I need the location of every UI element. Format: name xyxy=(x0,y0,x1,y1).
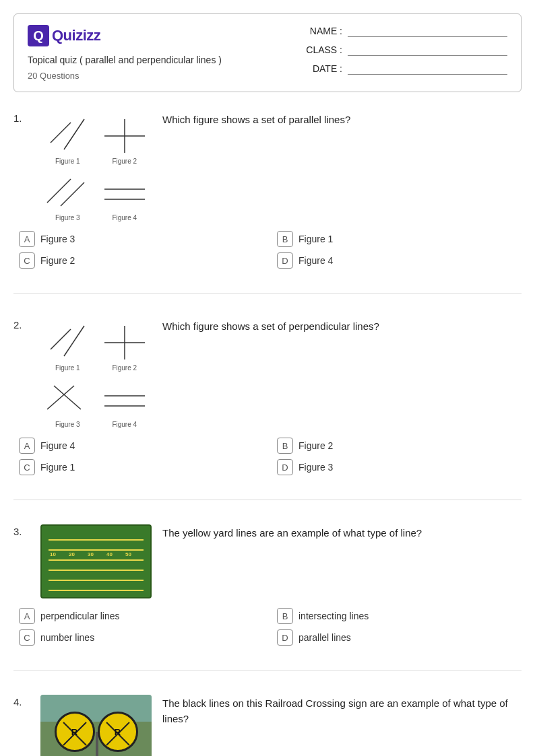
q3-badge-b: B xyxy=(277,608,293,624)
q1-figure2-box: Figure 2 xyxy=(98,111,152,165)
q3-text-c: number lines xyxy=(40,632,94,643)
q4-image: R R xyxy=(40,695,152,756)
q3-text-d: parallel lines xyxy=(298,632,351,643)
question-4: 4. R xyxy=(13,695,522,756)
q2-answers: A Figure 4 B Figure 2 C Figure 1 D Figur… xyxy=(13,438,522,475)
q1-figure4-label: Figure 4 xyxy=(112,214,137,221)
q1-figure3-box: Figure 3 xyxy=(40,168,95,221)
questions-container: 1. Figure 1 xyxy=(13,111,522,756)
q2-figures-grid: Figure 1 Figure 2 Fi xyxy=(40,318,152,428)
name-label: NAME : xyxy=(305,26,342,36)
rr-circle-right: R xyxy=(98,712,138,752)
yard-num-20: 20 xyxy=(69,551,75,557)
railroad-sign: R R xyxy=(40,695,152,756)
q2-text-d: Figure 3 xyxy=(298,462,333,473)
q2-badge-a: A xyxy=(19,438,35,454)
q2-figure2-box: Figure 2 xyxy=(98,318,152,372)
q1-figure1-svg xyxy=(44,116,91,156)
class-field-row: CLASS : xyxy=(305,44,507,56)
football-field: 10 20 30 40 50 xyxy=(40,524,152,598)
q1-answer-a[interactable]: A Figure 3 xyxy=(19,231,263,247)
q1-text-b: Figure 1 xyxy=(298,234,333,244)
q1-answer-b[interactable]: B Figure 1 xyxy=(277,231,522,247)
quiz-title: Topical quiz ( parallel and perpendicula… xyxy=(28,55,222,65)
q1-figure1-box: Figure 1 xyxy=(40,111,95,165)
q2-text-c: Figure 1 xyxy=(40,462,75,473)
question-3: 3. 10 20 30 40 50 xyxy=(13,524,522,646)
q2-figure4-label: Figure 4 xyxy=(112,421,137,428)
rr-r-right: R xyxy=(115,727,121,737)
question-2-row: 2. Figure 1 xyxy=(13,318,522,428)
q3-answer-c[interactable]: C number lines xyxy=(19,629,263,646)
q3-answer-a[interactable]: A perpendicular lines xyxy=(19,608,263,624)
date-field-row: DATE : xyxy=(305,63,507,75)
yard-line-4 xyxy=(49,570,144,571)
q1-figure4-svg xyxy=(101,172,148,213)
question-2: 2. Figure 1 xyxy=(13,318,522,475)
question-3-row: 3. 10 20 30 40 50 xyxy=(13,524,522,598)
q1-figure2-svg xyxy=(101,116,148,156)
q1-badge-c: C xyxy=(19,252,35,269)
header-card: Q Quizizz Topical quiz ( parallel and pe… xyxy=(13,13,522,92)
yard-line-5 xyxy=(49,580,144,581)
q1-figure4-box: Figure 4 xyxy=(98,168,152,221)
q1-figure3-svg xyxy=(44,172,91,213)
divider-2 xyxy=(13,500,522,500)
q1-answer-d[interactable]: D Figure 4 xyxy=(277,252,522,269)
yard-num-50: 50 xyxy=(125,551,131,557)
svg-line-12 xyxy=(47,386,74,409)
q3-text: The yellow yard lines are an example of … xyxy=(162,524,522,541)
q2-answer-a[interactable]: A Figure 4 xyxy=(19,438,263,454)
q2-number: 2. xyxy=(13,318,30,331)
name-line[interactable] xyxy=(348,25,507,37)
q1-number: 1. xyxy=(13,111,30,124)
q4-text: The black lines on this Railroad Crossin… xyxy=(162,695,522,726)
q2-answer-b[interactable]: B Figure 2 xyxy=(277,438,522,454)
logo: Q Quizizz xyxy=(28,25,222,46)
divider-1 xyxy=(13,293,522,294)
q2-figure1-svg xyxy=(44,322,91,363)
name-field-row: NAME : xyxy=(305,25,507,37)
q4-number: 4. xyxy=(13,695,30,708)
q2-text-a: Figure 4 xyxy=(40,440,75,451)
svg-line-8 xyxy=(51,329,71,349)
q3-answer-d[interactable]: D parallel lines xyxy=(277,629,522,646)
class-label: CLASS : xyxy=(305,44,342,55)
q2-answer-d[interactable]: D Figure 3 xyxy=(277,459,522,475)
q1-answers: A Figure 3 B Figure 1 C Figure 2 D Figur… xyxy=(13,231,522,269)
q2-text: Which figure shows a set of perpendicula… xyxy=(162,318,522,335)
logo-icon: Q xyxy=(28,25,49,46)
q3-text-a: perpendicular lines xyxy=(40,611,120,621)
q1-figure1-label: Figure 1 xyxy=(55,158,80,165)
yard-line-3 xyxy=(49,559,144,561)
q3-answers: A perpendicular lines B intersecting lin… xyxy=(13,608,522,646)
svg-line-13 xyxy=(54,386,81,409)
q1-badge-b: B xyxy=(277,231,293,247)
q2-figure3-svg xyxy=(44,379,91,419)
yard-num-40: 40 xyxy=(106,551,113,557)
q2-figure2-svg xyxy=(101,322,148,363)
svg-line-9 xyxy=(64,326,84,356)
question-4-row: 4. R xyxy=(13,695,522,756)
date-line[interactable] xyxy=(348,63,507,75)
q2-text-b: Figure 2 xyxy=(298,440,333,451)
rr-circle-left: R xyxy=(55,712,95,752)
q1-text-c: Figure 2 xyxy=(40,255,75,266)
q3-badge-a: A xyxy=(19,608,35,624)
q2-answer-c[interactable]: C Figure 1 xyxy=(19,459,263,475)
q1-text-d: Figure 4 xyxy=(298,255,333,266)
q2-badge-b: B xyxy=(277,438,293,454)
yard-line-6 xyxy=(49,590,144,591)
q1-text-a: Figure 3 xyxy=(40,234,75,244)
header-right: NAME : CLASS : DATE : xyxy=(305,25,507,75)
q2-badge-c: C xyxy=(19,459,35,475)
class-line[interactable] xyxy=(348,44,507,56)
q1-answer-c[interactable]: C Figure 2 xyxy=(19,252,263,269)
q2-figure1-box: Figure 1 xyxy=(40,318,95,372)
yard-line-1 xyxy=(49,539,144,541)
q3-answer-b[interactable]: B intersecting lines xyxy=(277,608,522,624)
q1-image: Figure 1 Figure 2 xyxy=(40,111,152,221)
divider-3 xyxy=(13,670,522,671)
q3-number: 3. xyxy=(13,524,30,537)
quiz-count: 20 Questions xyxy=(28,71,222,81)
